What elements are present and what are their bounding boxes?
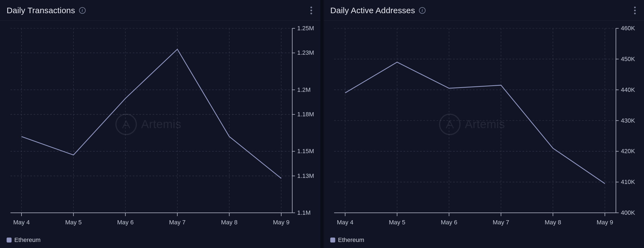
svg-text:May 5: May 5 [65, 219, 82, 226]
svg-text:400K: 400K [621, 209, 635, 216]
kebab-menu-icon[interactable] [309, 5, 314, 16]
chart-legend: Ethereum [324, 234, 644, 248]
info-icon[interactable]: i [79, 7, 86, 14]
svg-text:May 7: May 7 [169, 219, 186, 226]
svg-text:1.15M: 1.15M [297, 148, 314, 155]
svg-text:1.23M: 1.23M [297, 49, 314, 56]
panel-daily-active-addresses: Daily Active Addresses i Artemis 400K410… [324, 0, 644, 248]
svg-text:410K: 410K [621, 178, 635, 185]
chart-area: Artemis 1.1M1.13M1.15M1.18M1.2M1.23M1.25… [0, 21, 320, 234]
svg-text:420K: 420K [621, 148, 635, 155]
svg-text:May 4: May 4 [337, 219, 353, 226]
panel-title: Daily Active Addresses [330, 6, 415, 15]
svg-text:May 6: May 6 [441, 219, 457, 226]
title-wrap: Daily Transactions i [7, 6, 86, 15]
svg-text:May 4: May 4 [13, 219, 30, 226]
svg-text:1.25M: 1.25M [297, 26, 314, 32]
svg-text:1.18M: 1.18M [297, 111, 314, 118]
legend-label: Ethereum [14, 236, 40, 244]
chart-legend: Ethereum [0, 234, 320, 248]
dashboard-container: Daily Transactions i Artemis 1.1M1.13M1.… [0, 0, 644, 248]
svg-text:430K: 430K [621, 117, 635, 124]
chart-area: Artemis 400K410K420K430K440K450K460KMay … [324, 21, 644, 234]
svg-text:May 8: May 8 [545, 219, 561, 226]
panel-header: Daily Active Addresses i [324, 0, 644, 21]
svg-text:1.2M: 1.2M [297, 86, 311, 93]
svg-text:May 9: May 9 [597, 219, 613, 226]
kebab-menu-icon[interactable] [632, 5, 637, 16]
legend-swatch [7, 238, 12, 243]
svg-text:May 7: May 7 [493, 219, 509, 226]
legend-label: Ethereum [338, 236, 364, 244]
panel-title: Daily Transactions [7, 6, 75, 15]
svg-text:May 6: May 6 [117, 219, 134, 226]
title-wrap: Daily Active Addresses i [330, 6, 426, 15]
svg-text:440K: 440K [621, 86, 635, 93]
svg-text:May 5: May 5 [389, 219, 405, 226]
svg-text:1.1M: 1.1M [297, 209, 311, 216]
panel-header: Daily Transactions i [0, 0, 320, 21]
svg-text:460K: 460K [621, 26, 635, 32]
panel-daily-transactions: Daily Transactions i Artemis 1.1M1.13M1.… [0, 0, 320, 248]
line-chart[interactable]: 1.1M1.13M1.15M1.18M1.2M1.23M1.25MMay 4Ma… [7, 26, 317, 232]
info-icon[interactable]: i [419, 7, 426, 14]
legend-swatch [330, 238, 335, 243]
svg-text:450K: 450K [621, 56, 635, 62]
line-chart[interactable]: 400K410K420K430K440K450K460KMay 4May 5Ma… [330, 26, 641, 232]
svg-text:May 8: May 8 [221, 219, 237, 226]
svg-text:1.13M: 1.13M [297, 172, 314, 179]
svg-text:May 9: May 9 [273, 219, 289, 226]
